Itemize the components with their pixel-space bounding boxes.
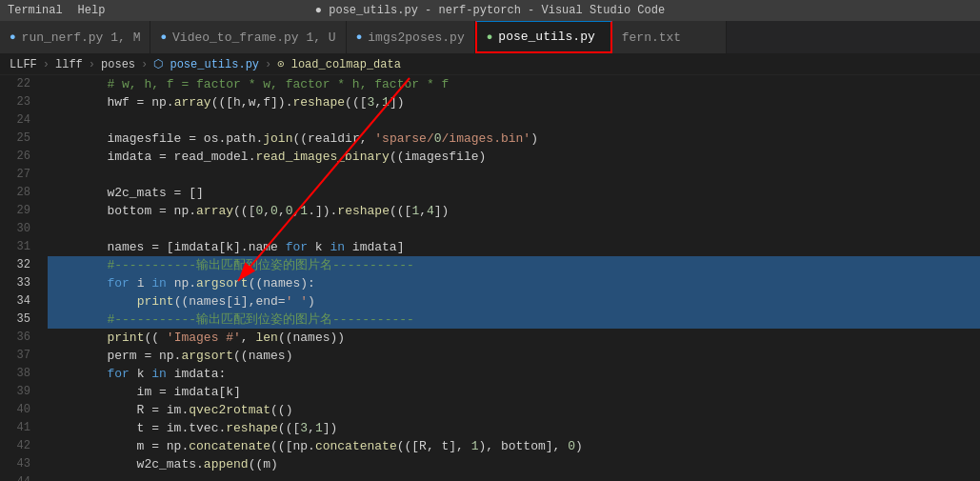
titlebar-title: ● pose_utils.py - nerf-pytorch - Visual … <box>315 4 665 17</box>
code-line-44 <box>48 473 980 481</box>
line-num-40: 40 <box>0 401 30 419</box>
code-line-27 <box>48 166 980 184</box>
tabbar: ● run_nerf.py 1, M ● Video_to_frame.py 1… <box>0 21 980 54</box>
breadcrumb-pose-utils: ⬡ pose_utils.py <box>153 57 259 71</box>
code-line-23: hwf = np.array(([h,w,f]).reshape(([3,1]) <box>48 93 980 111</box>
code-line-26: imdata = read_model.read_images_binary((… <box>48 148 980 166</box>
vscode-window: Terminal Help ● pose_utils.py - nerf-pyt… <box>0 0 980 481</box>
line-num-33: 33 <box>0 274 30 292</box>
code-line-30 <box>48 220 980 238</box>
line-num-37: 37 <box>0 347 30 365</box>
code-line-34: print((names[i],end=' ') <box>48 292 980 311</box>
line-num-24: 24 <box>0 111 30 130</box>
breadcrumb-sep2: › <box>89 58 95 71</box>
line-num-41: 41 <box>0 419 30 437</box>
tab-video-to-frame[interactable]: ● Video_to_frame.py 1, U <box>150 21 346 53</box>
code-line-24 <box>48 111 980 130</box>
code-line-37: perm = np.argsort((names) <box>48 347 980 365</box>
code-content[interactable]: # w, h, f = factor * w, factor * h, fact… <box>38 75 980 481</box>
line-num-42: 42 <box>0 437 30 455</box>
breadcrumb-sep1: › <box>43 58 50 71</box>
tab-pose-utils[interactable]: ● pose_utils.py <box>475 21 612 53</box>
breadcrumb-sep4: › <box>265 58 271 71</box>
breadcrumb-load-colmap: ⊙ load_colmap_data <box>277 57 401 71</box>
code-line-35: #-----------输出匹配到位姿的图片名----------- <box>48 311 980 329</box>
line-num-30: 30 <box>0 220 30 238</box>
tab-icon-run-nerf: ● <box>10 31 16 43</box>
code-line-36: print(( 'Images #', len((names)) <box>48 329 980 347</box>
line-num-35: 35 <box>0 311 30 329</box>
code-line-32: #-----------输出匹配到位姿的图片名----------- <box>48 256 980 274</box>
code-line-29: bottom = np.array(([0,0,0,1.]).reshape((… <box>48 202 980 220</box>
tab-fern[interactable]: fern.txt <box>612 21 727 53</box>
line-num-31: 31 <box>0 238 30 256</box>
tab-label-fern: fern.txt <box>622 30 681 45</box>
line-numbers: 2223242526272829303132333435363738394041… <box>0 75 38 481</box>
line-num-22: 22 <box>0 75 30 93</box>
code-area: 2223242526272829303132333435363738394041… <box>0 75 980 481</box>
menu-help[interactable]: Help <box>78 4 106 17</box>
line-num-29: 29 <box>0 202 30 220</box>
line-num-32: 32 <box>0 256 30 274</box>
code-line-28: w2c_mats = [] <box>48 184 980 202</box>
line-num-34: 34 <box>0 292 30 311</box>
line-num-36: 36 <box>0 329 30 347</box>
line-num-38: 38 <box>0 365 30 383</box>
tab-label-imgs2poses: imgs2poses.py <box>368 30 464 45</box>
breadcrumb-sep3: › <box>141 58 148 71</box>
code-line-33: for i in np.argsort((names): <box>48 274 980 292</box>
tab-imgs2poses[interactable]: ● imgs2poses.py <box>347 21 475 53</box>
line-num-28: 28 <box>0 184 30 202</box>
code-line-42: m = np.concatenate(([np.concatenate(([R,… <box>48 437 980 455</box>
titlebar-menus: Terminal Help <box>8 4 105 17</box>
breadcrumb: LLFF › llff › poses › ⬡ pose_utils.py › … <box>0 54 980 75</box>
tab-icon-pose-utils: ● <box>487 31 493 43</box>
code-line-25: imagesfile = os.path.join((realdir, 'spa… <box>48 130 980 148</box>
line-num-26: 26 <box>0 148 30 166</box>
tab-label-video-to-frame: Video_to_frame.py 1, U <box>172 30 336 45</box>
breadcrumb-poses: poses <box>101 58 135 71</box>
line-num-25: 25 <box>0 130 30 148</box>
menu-terminal[interactable]: Terminal <box>8 4 63 17</box>
tab-icon-imgs2poses: ● <box>356 31 363 43</box>
line-num-44: 44 <box>0 473 30 481</box>
tab-label-run-nerf: run_nerf.py 1, M <box>22 30 141 45</box>
code-line-43: w2c_mats.append((m) <box>48 455 980 473</box>
breadcrumb-llff1: LLFF <box>10 58 37 71</box>
titlebar: Terminal Help ● pose_utils.py - nerf-pyt… <box>0 0 980 21</box>
code-line-22: # w, h, f = factor * w, factor * h, fact… <box>48 75 980 93</box>
line-num-43: 43 <box>0 455 30 473</box>
code-line-38: for k in imdata: <box>48 365 980 383</box>
code-line-40: R = im.qvec2rotmat(() <box>48 401 980 419</box>
tab-icon-video-to-frame: ● <box>160 31 167 43</box>
code-line-41: t = im.tvec.reshape(([3,1]) <box>48 419 980 437</box>
tab-label-pose-utils: pose_utils.py <box>498 30 594 44</box>
line-num-27: 27 <box>0 166 30 184</box>
code-line-39: im = imdata[k] <box>48 383 980 401</box>
line-num-39: 39 <box>0 383 30 401</box>
tab-run-nerf[interactable]: ● run_nerf.py 1, M <box>0 21 150 53</box>
breadcrumb-llff2: llff <box>55 58 83 71</box>
code-line-31: names = [imdata[k].name for k in imdata] <box>48 238 980 256</box>
line-num-23: 23 <box>0 93 30 111</box>
